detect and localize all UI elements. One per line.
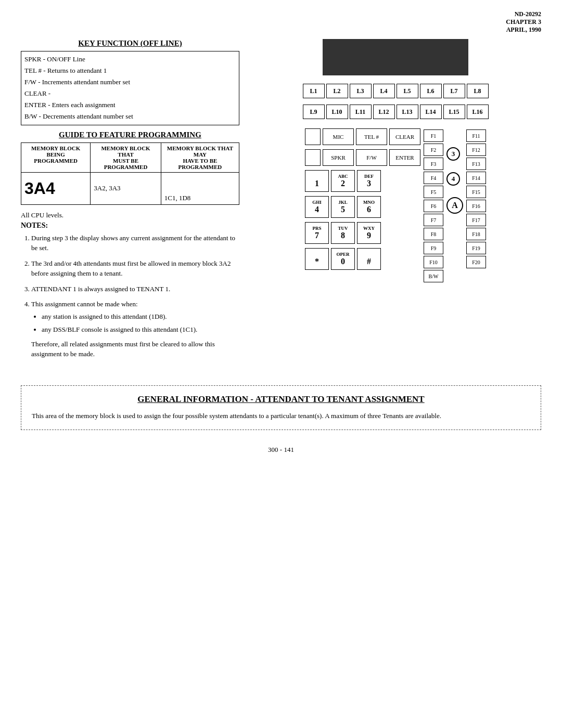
guide-row1-col3: 1C1, 1D8: [161, 172, 239, 204]
f5-button[interactable]: F5: [424, 186, 443, 198]
f7-button[interactable]: F7: [424, 214, 443, 226]
note-item-1: During step 3 the display shows any curr…: [31, 233, 239, 253]
page-number: 300 - 141: [21, 446, 541, 454]
bullet-item-2: any DSS/BLF console is assigned to this …: [42, 324, 239, 335]
keypad-row2: SPKR F/W ENTER: [305, 149, 420, 166]
indicator-3: 3: [446, 147, 460, 161]
cpu-line: All CPU levels.: [21, 211, 239, 219]
f18-button[interactable]: F18: [466, 228, 486, 240]
f13-button[interactable]: F13: [466, 158, 486, 170]
key-9[interactable]: WXY 9: [357, 222, 381, 244]
key-5[interactable]: JKL 5: [331, 196, 355, 218]
keypad-row6: * OPER 0 #: [305, 248, 420, 270]
right-fkeys-section: F11 F12 F13 F14 F15 F16 F17 F18 F19 F20: [466, 128, 486, 268]
key-7[interactable]: PRS 7: [305, 222, 329, 244]
notes-title: NOTES:: [21, 222, 239, 230]
l5-button[interactable]: L5: [397, 84, 418, 98]
f4-button[interactable]: F4: [424, 172, 443, 184]
guide-title: GUIDE TO FEATURE PROGRAMMING: [21, 131, 239, 139]
keypad-row3: 1 ABC 2 DEF 3: [305, 170, 420, 192]
key-4[interactable]: GHI 4: [305, 196, 329, 218]
note-item-2: The 3rd and/or 4th attendants must first…: [31, 258, 239, 279]
l6-button[interactable]: L6: [420, 84, 442, 98]
blank-key-2: [305, 149, 321, 166]
key-0[interactable]: OPER 0: [331, 248, 355, 270]
display-screen: [323, 39, 468, 75]
key-8[interactable]: TUV 8: [331, 222, 355, 244]
f12-button[interactable]: F12: [466, 144, 486, 156]
f20-button[interactable]: F20: [466, 256, 486, 268]
guide-row1-col1: 3A4: [21, 172, 91, 204]
kf-item-6: B/W - Decrements attendant number set: [24, 111, 236, 122]
f9-button[interactable]: F9: [424, 242, 443, 254]
guide-table: MEMORY BLOCK BEING PROGRAMMED MEMORY BLO…: [21, 142, 239, 205]
key-star[interactable]: *: [305, 248, 329, 270]
key-2[interactable]: ABC 2: [331, 170, 355, 192]
f17-button[interactable]: F17: [466, 214, 486, 226]
f16-button[interactable]: F16: [466, 200, 486, 212]
keypad-row1: MIC TEL # CLEAR: [305, 128, 420, 145]
key-6[interactable]: MNO 6: [357, 196, 381, 218]
bottom-text: This area of the memory block is used to…: [32, 411, 530, 422]
blank-key-1: [305, 128, 321, 145]
l14-button[interactable]: L14: [420, 105, 442, 119]
bullet-item-1: any station is assigned to this attendan…: [42, 311, 239, 322]
f2-button[interactable]: F2: [424, 144, 443, 156]
guide-row1-col2: 3A2, 3A3: [91, 172, 161, 204]
l8-button[interactable]: L8: [467, 84, 489, 98]
keypad-area: MIC TEL # CLEAR SPKR F/W ENTER 1: [305, 128, 486, 282]
header-line3: APRIL, 1990: [21, 26, 541, 34]
f6-button[interactable]: F6: [424, 200, 443, 212]
keypad-row5: PRS 7 TUV 8 WXY 9: [305, 222, 420, 244]
l7-button[interactable]: L7: [443, 84, 465, 98]
note-item-3: ATTENDANT 1 is always assigned to TENANT…: [31, 284, 239, 294]
bullet-list: any station is assigned to this attendan…: [31, 311, 239, 335]
big-label-3a4: 3A4: [24, 175, 87, 202]
notes-list: During step 3 the display shows any curr…: [21, 233, 239, 359]
l9-button[interactable]: L9: [303, 105, 325, 119]
l16-button[interactable]: L16: [467, 105, 489, 119]
indicator-4: 4: [446, 172, 460, 186]
left-panel: KEY FUNCTION (OFF LINE) SPKR - ON/OFF Li…: [21, 39, 239, 365]
kf-item-4: CLEAR -: [24, 88, 236, 99]
note-item-4: This assignment cannot be made when: any…: [31, 299, 239, 359]
header-line1: ND-20292: [21, 10, 541, 18]
l4-button[interactable]: L4: [373, 84, 395, 98]
enter-button[interactable]: ENTER: [389, 149, 420, 166]
guide-col3-header: MEMORY BLOCK THAT MAY HAVE TO BE PROGRAM…: [161, 142, 239, 172]
keypad-row4: GHI 4 JKL 5 MNO 6: [305, 196, 420, 218]
f8-button[interactable]: F8: [424, 228, 443, 240]
l13-button[interactable]: L13: [397, 105, 418, 119]
l15-button[interactable]: L15: [443, 105, 465, 119]
f19-button[interactable]: F19: [466, 242, 486, 254]
kf-item-2: TEL # - Returns to attendant 1: [24, 65, 236, 76]
fw-button[interactable]: F/W: [356, 149, 387, 166]
spkr-button[interactable]: SPKR: [323, 149, 354, 166]
bottom-section: GENERAL INFORMATION - ATTENDANT TO TENAN…: [21, 385, 541, 431]
f14-button[interactable]: F14: [466, 172, 486, 184]
l1-button[interactable]: L1: [303, 84, 325, 98]
l10-button[interactable]: L10: [326, 105, 348, 119]
f1-button[interactable]: F1: [424, 129, 443, 142]
key-3[interactable]: DEF 3: [357, 170, 381, 192]
clear-button[interactable]: CLEAR: [389, 128, 420, 145]
l3-button[interactable]: L3: [350, 84, 372, 98]
f10-button[interactable]: F10: [424, 256, 443, 268]
l-buttons-row1: L1 L2 L3 L4 L5 L6 L7 L8: [303, 84, 489, 98]
l2-button[interactable]: L2: [326, 84, 348, 98]
f15-button[interactable]: F15: [466, 186, 486, 198]
header-line2: CHAPTER 3: [21, 18, 541, 26]
tel-hash-button[interactable]: TEL #: [356, 128, 387, 145]
l12-button[interactable]: L12: [373, 105, 395, 119]
f11-button[interactable]: F11: [466, 129, 486, 142]
key-1[interactable]: 1: [305, 170, 329, 192]
l11-button[interactable]: L11: [350, 105, 372, 119]
center-fkeys-section: F1 F2 F3 F4 F5 F6 F7 F8 F9 F10 B/W: [424, 128, 443, 282]
kf-item-5: ENTER - Enters each assignment: [24, 99, 236, 111]
key-hash[interactable]: #: [357, 248, 381, 270]
key-function-title: KEY FUNCTION (OFF LINE): [21, 39, 239, 48]
notes-section: All CPU levels. NOTES: During step 3 the…: [21, 211, 239, 359]
f3-button[interactable]: F3: [424, 158, 443, 170]
bw-button[interactable]: B/W: [424, 270, 443, 282]
mic-button[interactable]: MIC: [323, 128, 354, 145]
